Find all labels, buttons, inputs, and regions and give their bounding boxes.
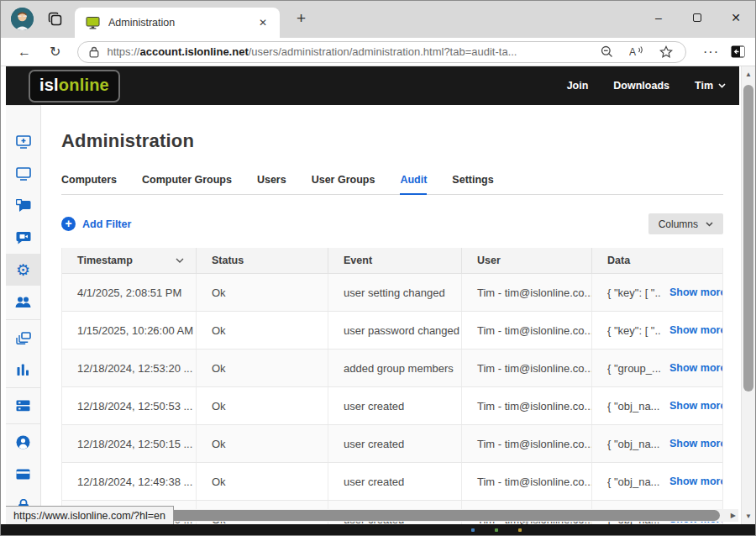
favorites-star-icon[interactable] <box>655 45 677 59</box>
taskbar-dot <box>471 528 475 532</box>
person-circle-icon <box>16 435 30 449</box>
status-bar-url: https://www.islonline.com/?hl=en <box>6 506 174 524</box>
vertical-scroll-thumb[interactable] <box>743 85 753 391</box>
table-row[interactable]: 1/15/2025, 10:26:00 AM Ok user password … <box>62 312 722 349</box>
table-row[interactable]: 4/1/2025, 2:08:51 PM Ok user setting cha… <box>62 274 722 312</box>
cell-user: Tim - tim@islonline.co... <box>461 463 591 500</box>
browser-menu-icon[interactable]: ··· <box>696 45 726 60</box>
table-row[interactable]: 12/18/2024, 12:53:20 ... Ok added group … <box>62 349 722 387</box>
admin-tabs: Computers Computer Groups Users User Gro… <box>61 174 723 195</box>
scroll-down-icon[interactable]: ▼ <box>742 510 755 523</box>
header-timestamp[interactable]: Timestamp <box>62 248 196 273</box>
add-filter-button[interactable]: + Add Filter <box>61 217 131 231</box>
cell-timestamp: 4/1/2025, 2:08:51 PM <box>62 274 196 311</box>
bar-chart-icon <box>17 364 29 376</box>
horizontal-scroll-thumb[interactable] <box>160 510 720 521</box>
sidebar-divider <box>6 387 40 388</box>
cell-event: user created <box>328 463 461 500</box>
scroll-up-icon[interactable]: ▲ <box>742 68 755 81</box>
monitor-plus-icon <box>16 135 31 149</box>
page-title: Administration <box>61 130 739 152</box>
nav-join[interactable]: Join <box>567 80 589 92</box>
cell-status: Ok <box>196 312 328 349</box>
refresh-button[interactable]: ↻ <box>43 44 67 60</box>
show-more-link[interactable]: Show more <box>669 438 722 449</box>
sidebar-item-chat[interactable] <box>6 190 40 222</box>
sidebar-item-settings[interactable]: ⚙ <box>6 254 40 286</box>
site-nav: Join Downloads Tim <box>567 80 726 92</box>
read-aloud-icon[interactable]: A <box>625 45 648 58</box>
cell-status: Ok <box>196 274 328 311</box>
show-more-link[interactable]: Show more <box>669 400 722 412</box>
header-status[interactable]: Status <box>196 248 328 273</box>
table-row[interactable]: 12/18/2024, 12:50:15 ... Ok user created… <box>62 425 722 463</box>
sidebar-item-account[interactable] <box>6 426 40 458</box>
nav-downloads[interactable]: Downloads <box>613 80 669 92</box>
show-more-link[interactable]: Show more <box>669 362 722 374</box>
table-row[interactable]: 12/18/2024, 12:49:38 ... Ok user created… <box>62 463 722 501</box>
page-viewport: islonline Join Downloads Tim <box>1 66 755 524</box>
cell-data: { "key": [ "...Show more <box>591 274 722 311</box>
maximize-icon <box>693 13 701 22</box>
cell-status: Ok <box>196 387 328 424</box>
sidebar-item-users[interactable] <box>6 286 40 318</box>
sidebar-item-billing[interactable] <box>6 458 40 490</box>
video-chat-icon <box>16 231 31 244</box>
new-tab-button[interactable]: + <box>290 9 312 28</box>
profile-avatar[interactable] <box>11 8 34 30</box>
nav-user-menu[interactable]: Tim <box>695 80 726 92</box>
chevron-down-icon <box>718 83 726 88</box>
taskbar-dot <box>495 528 498 532</box>
tab-user-groups[interactable]: User Groups <box>312 174 375 194</box>
header-data[interactable]: Data <box>591 248 722 273</box>
sidebar-toggle-icon[interactable] <box>731 45 745 58</box>
cell-timestamp: 12/18/2024, 12:50:53 ... <box>62 387 196 424</box>
app-sidebar: ⚙ <box>6 105 41 524</box>
cell-event: added group members <box>328 349 461 386</box>
cell-event: user created <box>328 387 461 424</box>
sidebar-divider <box>6 319 40 320</box>
workspaces-icon[interactable] <box>47 11 64 28</box>
site-header: islonline Join Downloads Tim <box>6 66 739 105</box>
address-bar[interactable]: https://account.islonline.net/users/admi… <box>77 41 686 63</box>
tab-audit[interactable]: Audit <box>400 174 427 195</box>
svg-text:A: A <box>629 46 636 58</box>
zoom-out-icon[interactable] <box>596 45 617 58</box>
show-more-link[interactable]: Show more <box>669 476 722 487</box>
header-user[interactable]: User <box>461 248 591 273</box>
sidebar-item-monitor-plus[interactable] <box>6 126 40 158</box>
maximize-button[interactable] <box>678 1 717 34</box>
browser-tab-bar: Administration ✕ + – ✕ <box>1 1 755 38</box>
show-more-link[interactable]: Show more <box>669 286 722 298</box>
close-window-button[interactable]: ✕ <box>717 1 755 34</box>
show-more-link[interactable]: Show more <box>669 324 722 336</box>
tab-settings[interactable]: Settings <box>452 174 493 194</box>
scroll-right-icon[interactable]: ▶ <box>731 509 736 522</box>
table-header: Timestamp Status Event User Data <box>62 248 722 274</box>
taskbar-dot <box>518 528 522 532</box>
sidebar-item-servers[interactable] <box>6 390 40 422</box>
header-event[interactable]: Event <box>328 248 461 273</box>
browser-toolbar: ← ↻ https://account.islonline.net/users/… <box>1 38 755 66</box>
sidebar-item-devices[interactable] <box>6 322 40 354</box>
vertical-scrollbar[interactable]: ▲ ▼ <box>741 66 755 524</box>
minimize-button[interactable]: – <box>639 1 678 34</box>
islonline-logo[interactable]: islonline <box>29 70 120 102</box>
tab-computers[interactable]: Computers <box>61 174 117 194</box>
tab-close-icon[interactable]: ✕ <box>255 15 271 30</box>
browser-tab-administration[interactable]: Administration ✕ <box>75 8 280 38</box>
gear-icon: ⚙ <box>16 262 30 278</box>
table-row[interactable]: 12/18/2024, 12:50:53 ... Ok user created… <box>62 387 722 425</box>
back-button[interactable]: ← <box>11 45 38 60</box>
sidebar-item-video-chat[interactable] <box>6 222 40 254</box>
cell-status: Ok <box>196 425 328 462</box>
cell-event: user setting changed <box>328 274 461 311</box>
tab-users[interactable]: Users <box>257 174 286 194</box>
tab-computer-groups[interactable]: Computer Groups <box>142 174 232 194</box>
main-content: Administration Computers Computer Groups… <box>41 105 739 524</box>
sidebar-item-reports[interactable] <box>6 354 40 386</box>
sidebar-item-monitor[interactable] <box>6 158 40 190</box>
cell-timestamp: 12/18/2024, 12:49:38 ... <box>62 463 196 500</box>
cell-event: user password changed <box>328 312 461 349</box>
columns-button[interactable]: Columns <box>648 213 723 234</box>
